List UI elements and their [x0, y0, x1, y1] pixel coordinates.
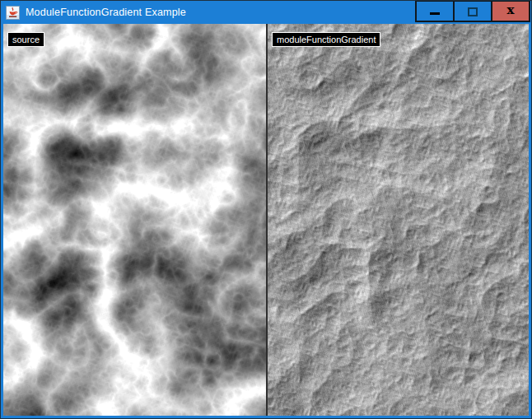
gradient-panel: moduleFunctionGradient: [266, 24, 529, 416]
source-texture-canvas: [3, 24, 266, 416]
window: ModuleFunctionGradient Example x source …: [0, 0, 532, 419]
maximize-button[interactable]: [453, 1, 491, 22]
titlebar[interactable]: ModuleFunctionGradient Example x: [1, 1, 531, 24]
titlebar-buttons: x: [415, 1, 530, 22]
minimize-icon: [430, 12, 440, 15]
source-panel: source: [3, 24, 266, 416]
gradient-label: moduleFunctionGradient: [272, 32, 380, 47]
maximize-icon: [468, 7, 478, 16]
image-panels: source moduleFunctionGradient: [3, 24, 529, 416]
close-button[interactable]: x: [491, 1, 530, 22]
gradient-texture-canvas: [268, 24, 529, 416]
window-title: ModuleFunctionGradient Example: [26, 7, 186, 18]
source-label: source: [7, 32, 44, 47]
java-coffee-cup-icon[interactable]: [6, 6, 20, 20]
minimize-button[interactable]: [415, 1, 453, 22]
close-icon: x: [507, 4, 515, 16]
